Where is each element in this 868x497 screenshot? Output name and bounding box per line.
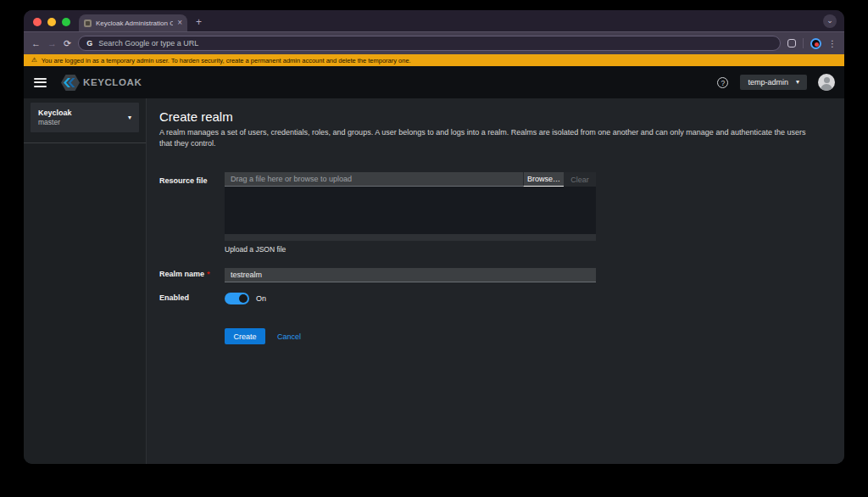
file-upload-filename-input[interactable] (225, 172, 523, 187)
realm-name-input[interactable] (225, 268, 596, 282)
tab-overview-chevron-icon[interactable] (823, 14, 837, 28)
realm-selector-section: Keycloak master (24, 98, 146, 143)
clear-button[interactable]: Clear (564, 172, 596, 187)
forward-button[interactable] (47, 39, 57, 48)
page-description: A realm manages a set of users, credenti… (159, 127, 809, 149)
browse-button[interactable]: Browse… (523, 172, 564, 187)
browser-profile-avatar[interactable] (810, 38, 821, 49)
address-bar[interactable]: G (78, 36, 781, 51)
browser-tab-bar: Keycloak Administration Cons (24, 10, 844, 31)
browser-menu-icon[interactable] (828, 39, 837, 48)
browser-toolbar: G (24, 31, 844, 54)
realm-name-label: Realm name* (159, 265, 225, 282)
warning-icon (31, 57, 37, 64)
main-content: Create realm A realm manages a set of us… (147, 98, 844, 464)
user-avatar[interactable] (818, 74, 835, 91)
new-tab-button[interactable] (196, 16, 202, 28)
temporary-admin-warning-banner: You are logged in as a temporary admin u… (24, 54, 844, 66)
create-realm-form: Resource file Browse… Clear Upload a JSO… (159, 172, 809, 344)
realm-name-row: Realm name* (159, 265, 809, 282)
keycloak-masthead: KEYCLOAK temp-admin (24, 66, 844, 98)
sidebar: Keycloak master (24, 98, 147, 464)
keycloak-favicon-icon (84, 20, 92, 27)
user-menu-dropdown[interactable]: temp-admin (740, 75, 807, 90)
close-window-button[interactable] (33, 18, 42, 26)
minimize-window-button[interactable] (47, 18, 56, 26)
toggle-state-label: On (256, 294, 266, 303)
enabled-label: Enabled (159, 292, 225, 304)
google-icon: G (86, 39, 92, 47)
extensions-icon[interactable] (787, 39, 796, 47)
macos-traffic-lights (24, 18, 79, 31)
cancel-link[interactable]: Cancel (277, 332, 301, 341)
user-menu-label: temp-admin (748, 78, 788, 87)
required-indicator: * (207, 270, 210, 278)
browser-window: Keycloak Administration Cons G You are l… (24, 10, 844, 464)
tab-close-icon[interactable] (177, 19, 182, 27)
browser-tab[interactable]: Keycloak Administration Cons (79, 14, 187, 31)
resource-file-label: Resource file (159, 172, 225, 254)
reload-button[interactable] (64, 39, 71, 48)
resource-file-row: Resource file Browse… Clear Upload a JSO… (159, 172, 809, 254)
create-button[interactable]: Create (225, 328, 265, 344)
enabled-toggle[interactable] (225, 293, 249, 304)
nav-toggle-hamburger-icon[interactable] (34, 78, 47, 87)
file-upload-helper-text: Upload a JSON file (225, 245, 596, 254)
keycloak-logo-icon (61, 75, 80, 91)
help-icon[interactable] (717, 77, 728, 88)
file-upload-scrollbar[interactable] (225, 234, 596, 241)
form-actions-row: Create Cancel (159, 328, 809, 344)
realm-selector-title: Keycloak (38, 108, 128, 118)
file-upload-textarea[interactable] (225, 187, 596, 234)
keycloak-brand-text: KEYCLOAK (83, 77, 142, 87)
app-body: Keycloak master Create realm A realm man… (24, 98, 844, 464)
warning-text: You are logged in as a temporary admin u… (42, 57, 411, 64)
page-title: Create realm (159, 109, 809, 124)
toolbar-divider (803, 38, 804, 48)
back-button[interactable] (31, 39, 41, 48)
toggle-knob (239, 294, 248, 303)
realm-selector-current: master (38, 118, 128, 127)
url-input[interactable] (98, 39, 772, 47)
chevron-down-icon (796, 79, 799, 86)
zoom-window-button[interactable] (62, 18, 70, 26)
tab-title: Keycloak Administration Cons (96, 20, 173, 27)
enabled-row: Enabled On (159, 292, 809, 304)
keycloak-brand[interactable]: KEYCLOAK (61, 75, 142, 91)
realm-selector[interactable]: Keycloak master (31, 103, 139, 132)
realm-caret-icon (128, 114, 131, 121)
